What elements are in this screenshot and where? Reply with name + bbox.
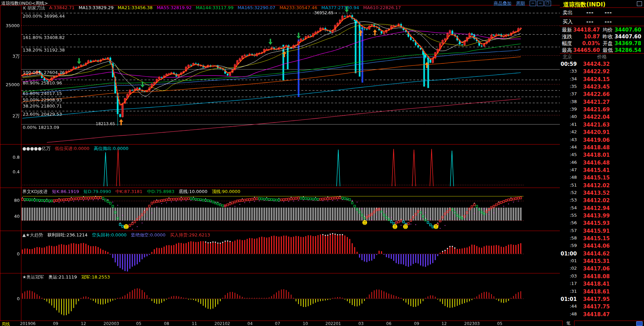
indicator-value: 底线:10.0000 [179,189,207,195]
quote-sidebar: 道琼指数(INDI) 卖出------买入------ 最新34418.47均价… [560,0,644,321]
quote-row: 幅度0.03%开盘34369.78 [560,40,644,47]
tick-price: 34414.62 [580,251,610,257]
fib-level-label: 0.00% 18213.09 [23,125,59,130]
fib-level-label: 138.20% 31192.38 [23,47,65,53]
tick-time: :44 [560,145,577,150]
tick-price: 34413.52 [580,190,610,196]
tick-time: :55 [560,213,577,218]
back-icon[interactable]: ⇦ [530,1,536,6]
tick-time: :39 [560,107,577,112]
tape-row: :5334412.02 [560,197,644,205]
tick-price: 34422.66 [580,91,610,97]
tick-time: :34 [560,76,577,81]
indicator-value: MA55:32819.92 [157,5,192,11]
tick-price: 34416.48 [580,160,610,166]
quote-label: 最低 [603,47,613,54]
tick-time: :31 [560,289,577,294]
time-axis-label: 06 [386,321,391,326]
time-axis-label: 10 [303,321,308,326]
tick-price: 34422.04 [580,114,610,120]
forward-icon[interactable]: ⇨ [537,1,544,6]
fib-level-label: 80.90% 25810.96 [23,80,62,85]
tick-time: :56 [560,220,577,225]
tick-price: 34420.91 [580,129,610,135]
sell-row[interactable]: 卖出------ [560,8,644,17]
indicator-value: MA233:30547.46 [280,5,317,11]
ma-values: A:33842.71MA13:33829.29MA21:33456.38MA55… [49,5,401,11]
panel-axis-label: 0.4 [1,169,20,174]
tick-time: :53 [560,197,577,203]
tick-time: :48 [560,175,577,180]
tape-row: :4234420.91 [560,129,644,137]
price-axis-label: 25000 [1,82,20,87]
quote-label: 最高 [562,47,572,54]
tick-price: 34418.47 [580,311,610,318]
quote-label: 开盘 [603,40,613,47]
tape-row: :0334418.08 [560,273,644,281]
tick-price: 34412.02 [580,183,610,189]
panel-axis-label: 0.8 [1,155,20,160]
tick-time: :45 [560,152,577,157]
tick-price: 34424.15 [580,76,610,82]
tape-header-price: 价格 [597,54,607,60]
tick-price: 34418.01 [580,152,610,158]
tab-bi[interactable]: 笔 [562,321,574,326]
price-axis-label: 35000 [1,23,20,28]
tick-price: 34415.15 [580,175,610,181]
border-line [0,231,560,231]
indicator-value: A:33842.71 [49,5,75,11]
tick-time: :33 [560,69,577,74]
tape-row: :4034422.04 [560,114,644,121]
indicator-value: 中D:75.8983 [147,189,174,195]
border-line [0,321,644,321]
tick-price: 34421.69 [580,107,610,113]
indicator-value: 短K:86.1919 [52,189,79,195]
fib-level-label: 23.60% 20429.53 [23,112,62,117]
status-icon[interactable] [636,321,643,326]
tick-time: :57 [560,228,577,233]
order-volume: --- [605,19,612,25]
period-label: 周线 [2,321,10,326]
tape-row: :5634415.93 [560,220,644,228]
order-label: 买入 [563,19,573,25]
overlay-commodity-button[interactable]: 商品叠加 [494,0,511,6]
tick-time: :02 [560,266,577,271]
split-window-icon[interactable]: ❒ [545,1,551,6]
tick-time: :17 [560,281,577,286]
border-line [21,5,21,321]
buy-row[interactable]: 买入------ [560,17,644,26]
tape-header-time: 北京 [563,54,572,60]
time-axis-label: 202201 [325,321,341,326]
tick-price: 34415.15 [580,235,610,242]
tick-price: 34421.63 [580,122,610,128]
time-axis-label: 202003 [103,321,119,326]
indicator-value: 中K:87.3181 [115,189,143,195]
time-axis: 周线 2019060912202003050811202102040710202… [0,321,644,326]
fib-level-label: 61.80% 24017.15 [23,91,62,96]
tape-row: :3334422.92 [560,69,644,76]
panel3-header: 界文KDJ改进短K:86.1919短D:79.0990中K:87.3181中D:… [22,189,240,195]
tape-row: :4134421.63 [560,122,644,129]
window-icon[interactable] [637,1,642,6]
tick-price: 34417.75 [580,304,610,310]
toolbar: 商品叠加 周期 ⇦⇨❒ [494,0,551,6]
panel5-header: ★奥运冠军奥运:21.1119冠军:18.2553 [22,274,110,280]
tape-row: :3134418.61 [560,289,644,296]
tick-price: 34418.61 [580,289,610,295]
tape-row: :3834421.27 [560,99,644,107]
border-line [0,144,560,145]
quote-row: 最新34418.47均价34407.60 [560,27,644,34]
tape-row: :3434424.15 [560,76,644,84]
indicator-value: ▲★大趋势 [22,232,43,238]
time-axis-label: 08 [164,321,169,326]
period-button[interactable]: 周期 [516,0,525,6]
indicator-value: MA144:33117.99 [196,5,233,11]
high-price-label: 36952.65→ [314,11,337,15]
indicator-value: 短D:79.0990 [83,189,111,195]
time-axis-label: 03 [358,321,363,326]
tick-price: 34421.27 [580,99,610,105]
tick-price: 34412.02 [580,197,610,204]
tick-time: 00:59 [560,61,577,67]
fib-level-label: 50.00% 22908.93 [23,97,62,102]
border-line [0,188,560,188]
